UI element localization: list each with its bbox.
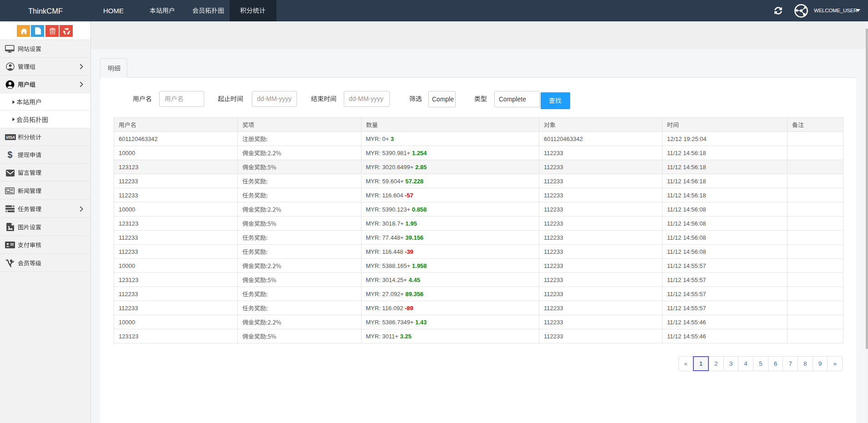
svg-text:$: $: [8, 150, 13, 159]
svg-text:VISA: VISA: [6, 135, 15, 140]
